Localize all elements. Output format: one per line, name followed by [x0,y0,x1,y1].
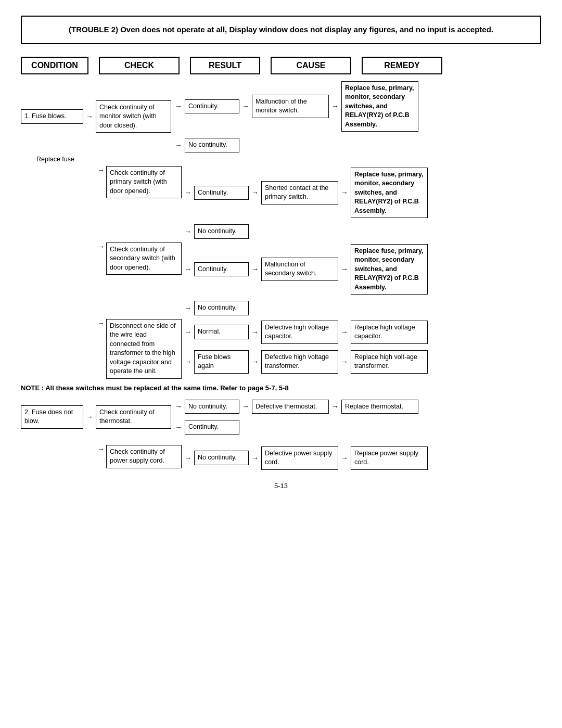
remedy-text-4b: Replace high volt-age transformer. [354,353,417,370]
check-text-4: Disconnect one side of the wire lead con… [110,322,175,375]
remedy-box-4b: Replace high volt-age transformer. [351,350,428,374]
result-text-3a: Continuity. [198,265,228,273]
s2-check-text-2: Check continuity of power supply cord. [110,448,165,465]
s2-result-text-1a: No continuity. [188,403,227,410]
remedy-text-1: Replace fuse, primary, monitor, secondar… [345,84,414,128]
header-cause: CAUSE [271,57,351,74]
s2-arrow-2a-remedy [339,454,350,462]
arrow-4a-remedy [339,328,350,336]
header-row: CONDITION CHECK RESULT CAUSE REMEDY [21,57,541,74]
s2-cause-text-2: Defective power supply cord. [265,450,332,466]
title-box: (TROUBLE 2) Oven does not operate at all… [21,16,541,44]
check-text-1: Check continuity of monitor switch (with… [99,104,157,129]
s2-results-branch-2: No continuity. Defective power supply co… [183,445,428,471]
result-row-2a: Continuity. Shorted contact at the prima… [183,168,428,219]
condition-box-1: 1. Fuse blows. [21,109,83,124]
cause-text-3: Malfunction of secondary switch. [265,261,316,277]
result-row-1b: No continuity. [173,138,418,152]
page-number: 5-13 [21,482,541,490]
arrow-2a-remedy [339,188,350,197]
replace-fuse-note: Replace fuse [21,156,541,163]
s2-condition-box: 2. Fuse does not blow. [21,405,83,429]
s2-result-text-2a: No continuity. [198,454,237,461]
arrow-3b [183,304,193,312]
result-row-2b: No continuity. [183,224,428,239]
note-text: NOTE : All these switches must be replac… [21,384,289,392]
arrow-1a-remedy [330,102,340,110]
flow-row-2: Check continuity of primary switch (with… [21,166,541,240]
result-text-2b: No continuity. [198,227,237,235]
arrow-3a [183,265,193,273]
s2-arrow-2a-cause [250,454,260,462]
header-check: CHECK [99,57,180,74]
s2-check-text-1: Check continuity of thermostat. [99,408,155,425]
arrow-3a-remedy [339,265,350,273]
header-result: RESULT [190,57,260,74]
remedy-text-2: Replace fuse, primary, monitor, secondar… [354,171,423,214]
result-text-3b: No continuity. [198,304,237,311]
result-box-4b: Fuse blows again [194,350,249,374]
header-condition: CONDITION [21,57,88,74]
s2-cause-box-1: Defective thermostat. [252,400,329,414]
arrow-4a [183,328,193,336]
cause-text-4a: Defective high voltage capacitor. [265,324,329,340]
check-box-1: Check continuity of monitor switch (with… [96,100,171,133]
arrow-4 [96,319,106,327]
arrow-3a-cause [250,265,260,273]
s2-cause-box-2: Defective power supply cord. [261,446,338,470]
arrow-4b [183,357,193,366]
header-remedy: REMEDY [362,57,442,74]
s2-result-box-1b: Continuity. [185,420,239,435]
s2-arrow-2 [96,445,106,453]
result-box-1a: Continuity. [185,99,239,114]
cause-text-2: Shorted contact at the primary switch. [265,184,328,201]
result-text-4b: Fuse blows again [198,353,231,370]
s2-remedy-text-2: Replace power supply cord. [354,450,418,466]
result-text-2a: Continuity. [198,189,228,196]
s2-check-box-2: Check continuity of power supply cord. [106,445,182,468]
result-row-1a: Continuity. Malfunction of the monitor s… [173,81,418,132]
s2-arrow-1a-cause [240,402,251,411]
result-row-3b: No continuity. [183,301,428,315]
result-box-3a: Continuity. [194,262,249,277]
arrow-2a [183,188,193,197]
result-text-1a: Continuity. [188,103,219,110]
s2-results-branch-1: No continuity. Defective thermostat. Rep… [173,398,418,436]
remedy-box-4a: Replace high voltage capacitor. [351,321,428,344]
s2-flow-row-2: Check continuity of power supply cord. N… [21,445,541,471]
s2-result-row-1a: No continuity. Defective thermostat. Rep… [173,400,418,414]
results-branch-3: Continuity. Malfunction of secondary swi… [183,242,428,317]
check-box-3: Check continuity of secondary switch (wi… [106,242,182,275]
arrow-4b-remedy [339,357,350,366]
s2-result-row-1b: Continuity. [173,420,418,435]
result-box-4a: Normal. [194,325,249,339]
result-text-1b: No continuity. [188,141,227,148]
s2-arrow-2a [183,454,193,462]
arrow-1a-cause [240,102,251,110]
s2-cause-text-1: Defective thermostat. [256,403,317,410]
result-row-4b: Fuse blows again Defective high voltage … [183,350,428,374]
check-text-3: Check continuity of secondary switch (wi… [110,246,175,271]
remedy-text-3: Replace fuse, primary, monitor, secondar… [354,247,423,291]
result-row-4a: Normal. Defective high voltage capacitor… [183,321,428,344]
remedy-box-3: Replace fuse, primary, monitor, secondar… [351,244,428,295]
s2-result-box-2a: No continuity. [194,451,249,465]
condition-text-1: 1. Fuse blows. [24,112,67,120]
page-number-text: 5-13 [274,482,288,490]
check-text-2: Check continuity of primary switch (with… [110,169,167,195]
cause-text-1: Malfunction of the monitor switch. [256,98,307,114]
cause-box-1: Malfunction of the monitor switch. [252,95,329,118]
cause-box-4b: Defective high voltage transformer. [261,350,338,374]
cause-box-4a: Defective high voltage capacitor. [261,321,338,344]
section2: 2. Fuse does not blow. Check continuity … [21,398,541,471]
remedy-box-1: Replace fuse, primary, monitor, secondar… [341,81,418,132]
result-box-3b: No continuity. [194,301,249,315]
s2-flow-row-1: 2. Fuse does not blow. Check continuity … [21,398,541,436]
arrow-2b [183,227,193,236]
arrow-1 [84,112,95,121]
s2-condition-text: 2. Fuse does not blow. [24,408,73,425]
flow-row-1: 1. Fuse blows. Check continuity of monit… [21,80,541,154]
s2-remedy-box-1: Replace thermostat. [341,400,418,414]
s2-arrow-1 [84,413,95,421]
result-box-2a: Continuity. [194,186,249,200]
